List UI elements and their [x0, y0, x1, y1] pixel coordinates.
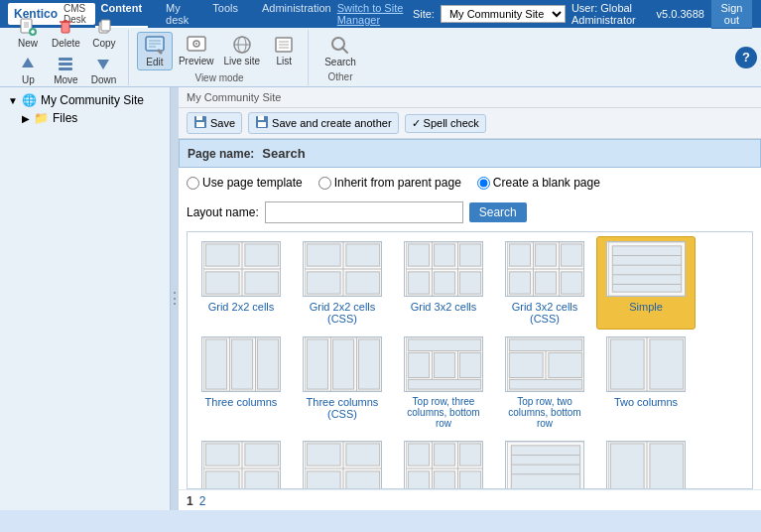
sidebar-children: ▶ 📁 Files	[4, 109, 166, 127]
breadcrumb: My Community Site	[179, 87, 761, 108]
layout-name-input[interactable]	[265, 201, 463, 223]
layout-search-button[interactable]: Search	[469, 202, 527, 222]
page-name-bar: Page name: Search	[179, 139, 761, 168]
layout-name-top-two-bottom[interactable]: Top row, two columns, bottom row	[500, 396, 589, 429]
layout-name-label: Layout name:	[187, 205, 259, 219]
page-type-radio-group: Use page template Inherit from parent pa…	[179, 172, 761, 194]
layout-thumb-row3-c1	[201, 441, 281, 489]
layout-three-cols[interactable]: Three columns	[191, 332, 291, 434]
sign-out-button[interactable]: Sign out	[710, 0, 753, 29]
page-name-value: Search	[262, 146, 305, 161]
layout-name-grid-3x2-css[interactable]: Grid 3x2 cells (CSS)	[500, 301, 589, 325]
help-button[interactable]: ?	[735, 47, 757, 68]
svg-rect-51	[307, 272, 340, 294]
copy-label: Copy	[92, 38, 115, 49]
preview-button[interactable]: Preview	[175, 32, 218, 70]
layout-name-three-cols-css[interactable]: Three columns (CSS)	[298, 396, 387, 420]
layout-name-two-cols[interactable]: Two columns	[614, 396, 678, 408]
nav-tabs: Content My desk Tools Administration	[95, 0, 337, 28]
layout-name-grid-2x2[interactable]: Grid 2x2 cells	[208, 301, 275, 313]
list-button[interactable]: List	[266, 32, 302, 70]
tab-mydesk[interactable]: My desk	[160, 0, 194, 28]
layout-grid-2x2-css[interactable]: Grid 2x2 cells (CSS)	[293, 236, 392, 330]
save-button[interactable]: Save	[187, 112, 242, 134]
delete-button[interactable]: Delete	[48, 14, 84, 51]
layout-row3-c5[interactable]	[596, 436, 696, 489]
search-button[interactable]: Search	[317, 33, 364, 69]
page-name-label: Page name:	[188, 147, 254, 161]
spell-check-button[interactable]: ✓ Spell check	[405, 114, 486, 133]
svg-rect-38	[258, 122, 266, 127]
switch-to-site-manager-link[interactable]: Switch to Site Manager	[337, 2, 407, 26]
up-icon	[17, 53, 39, 74]
page-2[interactable]: 2	[199, 494, 206, 508]
svg-rect-112	[205, 444, 239, 466]
new-icon	[17, 16, 39, 38]
other-group: Search Other	[311, 30, 370, 85]
sidebar-root[interactable]: ▼ 🌐 My Community Site	[4, 91, 166, 109]
content-area: My Community Site Save Save and create a…	[179, 87, 761, 510]
content-management-group: New Delete Copy Up	[4, 30, 129, 85]
svg-rect-42	[205, 244, 239, 266]
layout-grid-scroll[interactable]: Grid 2x2 cells Gri	[187, 231, 753, 489]
svg-rect-62	[459, 272, 480, 294]
layout-grid-2x2[interactable]: Grid 2x2 cells	[191, 236, 291, 330]
svg-rect-67	[509, 244, 530, 266]
svg-rect-88	[307, 339, 327, 389]
radio-use-template[interactable]: Use page template	[187, 176, 303, 190]
layout-search-area: Layout name: Search	[179, 198, 761, 227]
layout-simple[interactable]: Simple	[596, 236, 696, 330]
layout-top-three-bottom[interactable]: Top row, three columns, bottom row	[394, 332, 493, 434]
site-selector[interactable]: My Community Site	[441, 5, 566, 23]
layout-name-three-cols[interactable]: Three columns	[205, 396, 278, 408]
copy-button[interactable]: Copy	[86, 14, 122, 51]
layout-name-grid-3x2[interactable]: Grid 3x2 cells	[411, 301, 477, 313]
layout-row3-c4[interactable]	[495, 436, 594, 489]
edit-button[interactable]: Edit	[137, 32, 173, 70]
search-label: Search	[324, 57, 356, 67]
live-site-button[interactable]: Live site	[219, 32, 264, 70]
layout-name-top-three-bottom[interactable]: Top row, three columns, bottom row	[399, 396, 488, 429]
user-label: User: Global Administrator	[571, 2, 651, 26]
layout-row3-c1[interactable]	[191, 436, 291, 489]
layout-two-cols[interactable]: Two columns	[596, 332, 696, 434]
save-create-button[interactable]: Save and create another	[248, 112, 398, 134]
tab-administration[interactable]: Administration	[256, 0, 337, 28]
edit-icon	[144, 35, 166, 57]
radio-inherit-parent[interactable]: Inherit from parent page	[318, 176, 461, 190]
new-button[interactable]: New	[10, 14, 46, 51]
radio-create-blank[interactable]: Create a blank page	[477, 176, 600, 190]
layout-grid-3x2[interactable]: Grid 3x2 cells	[394, 236, 493, 330]
sidebar-resize-handle[interactable]: ⋮	[171, 87, 179, 510]
layout-grid-3x2-css[interactable]: Grid 3x2 cells (CSS)	[495, 236, 594, 330]
tab-tools[interactable]: Tools	[206, 0, 244, 28]
live-site-icon	[231, 34, 253, 56]
up-button[interactable]: Up	[10, 51, 46, 87]
svg-rect-121	[307, 471, 340, 489]
layout-thumb-grid-3x2-css	[505, 241, 584, 297]
svg-rect-35	[196, 122, 204, 127]
layout-row3-c2[interactable]	[293, 436, 392, 489]
action-bar: Save Save and create another ✓ Spell che…	[179, 108, 761, 139]
svg-rect-96	[434, 352, 454, 377]
svg-rect-127	[408, 444, 429, 466]
page-1[interactable]: 1	[187, 494, 193, 508]
move-button[interactable]: Move	[48, 51, 83, 87]
layout-top-two-bottom[interactable]: Top row, two columns, bottom row	[495, 332, 594, 434]
layout-three-cols-css[interactable]: Three columns (CSS)	[293, 332, 392, 434]
version-label: v5.0.3688	[657, 8, 704, 20]
layout-thumb-top-two-bottom	[505, 336, 584, 392]
radio-create-blank-input[interactable]	[477, 177, 490, 190]
svg-rect-140	[610, 444, 644, 489]
sidebar-files-icon: 📁	[34, 111, 49, 125]
sidebar-item-files[interactable]: ▶ 📁 Files	[18, 109, 166, 127]
sidebar-root-label: My Community Site	[41, 93, 144, 107]
svg-rect-97	[459, 352, 480, 377]
main-area: ▼ 🌐 My Community Site ▶ 📁 Files ⋮ My Com…	[0, 87, 761, 510]
radio-use-template-input[interactable]	[187, 177, 199, 190]
layout-row3-c3[interactable]	[394, 436, 493, 489]
layout-name-grid-2x2-css[interactable]: Grid 2x2 cells (CSS)	[298, 301, 387, 325]
down-button[interactable]: Down	[85, 51, 121, 87]
radio-inherit-parent-input[interactable]	[318, 177, 331, 190]
layout-name-simple[interactable]: Simple	[629, 301, 663, 313]
